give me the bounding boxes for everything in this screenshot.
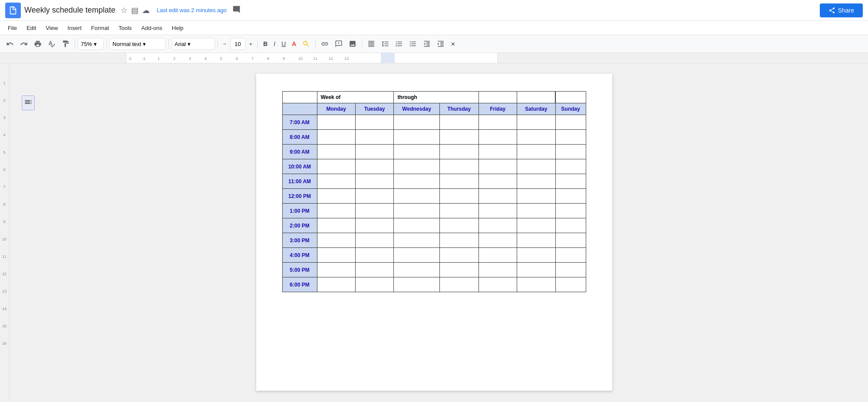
schedule-cell[interactable] (355, 189, 393, 204)
schedule-cell[interactable] (517, 233, 555, 248)
insert-comment-button[interactable] (332, 38, 345, 49)
schedule-cell[interactable] (355, 115, 393, 130)
schedule-cell[interactable] (317, 115, 355, 130)
schedule-cell[interactable] (439, 115, 479, 130)
menu-file[interactable]: File (3, 23, 21, 33)
schedule-cell[interactable] (517, 263, 555, 277)
insert-image-button[interactable] (346, 38, 359, 49)
schedule-cell[interactable] (439, 189, 479, 204)
decrease-indent-button[interactable] (420, 38, 433, 49)
schedule-cell[interactable] (394, 130, 439, 145)
schedule-cell[interactable] (555, 277, 586, 292)
schedule-cell[interactable] (555, 145, 586, 159)
schedule-cell[interactable] (355, 233, 393, 248)
schedule-cell[interactable] (517, 218, 555, 233)
schedule-cell[interactable] (394, 263, 439, 277)
schedule-cell[interactable] (439, 277, 479, 292)
schedule-cell[interactable] (317, 263, 355, 277)
schedule-cell[interactable] (394, 115, 439, 130)
schedule-cell[interactable] (479, 174, 517, 189)
menu-addons[interactable]: Add-ons (137, 23, 166, 33)
schedule-cell[interactable] (479, 233, 517, 248)
schedule-cell[interactable] (317, 218, 355, 233)
schedule-cell[interactable] (517, 204, 555, 218)
zoom-select[interactable]: 75% ▾ (78, 38, 104, 50)
schedule-cell[interactable] (317, 233, 355, 248)
schedule-cell[interactable] (555, 159, 586, 174)
schedule-cell[interactable] (555, 115, 586, 130)
clear-format-button[interactable]: ✕ (448, 39, 458, 49)
schedule-cell[interactable] (479, 189, 517, 204)
doc-icon[interactable] (5, 3, 21, 18)
redo-button[interactable] (17, 38, 30, 49)
schedule-cell[interactable] (355, 145, 393, 159)
schedule-cell[interactable] (555, 130, 586, 145)
schedule-cell[interactable] (317, 159, 355, 174)
schedule-cell[interactable] (355, 248, 393, 263)
schedule-cell[interactable] (555, 263, 586, 277)
menu-edit[interactable]: Edit (22, 23, 40, 33)
menu-view[interactable]: View (41, 23, 62, 33)
schedule-cell[interactable] (479, 130, 517, 145)
schedule-cell[interactable] (355, 277, 393, 292)
align-button[interactable] (365, 38, 378, 49)
schedule-cell[interactable] (555, 233, 586, 248)
schedule-cell[interactable] (555, 189, 586, 204)
schedule-cell[interactable] (479, 263, 517, 277)
schedule-cell[interactable] (555, 174, 586, 189)
schedule-cell[interactable] (439, 263, 479, 277)
folder-icon[interactable]: ▤ (131, 6, 139, 15)
schedule-cell[interactable] (355, 174, 393, 189)
schedule-cell[interactable] (317, 130, 355, 145)
star-icon[interactable]: ☆ (121, 6, 128, 15)
line-spacing-button[interactable] (379, 38, 392, 49)
schedule-cell[interactable] (517, 174, 555, 189)
comment-button[interactable] (230, 3, 243, 18)
schedule-cell[interactable] (394, 189, 439, 204)
schedule-cell[interactable] (355, 130, 393, 145)
spellcheck-button[interactable] (45, 38, 58, 49)
schedule-cell[interactable] (439, 204, 479, 218)
schedule-cell[interactable] (394, 174, 439, 189)
document-page[interactable]: Week of through Monday Tuesday Wednesday… (256, 74, 612, 391)
schedule-cell[interactable] (555, 248, 586, 263)
schedule-cell[interactable] (479, 204, 517, 218)
paint-format-button[interactable] (59, 38, 72, 49)
schedule-cell[interactable] (439, 233, 479, 248)
schedule-cell[interactable] (439, 174, 479, 189)
cloud-icon[interactable]: ☁ (142, 6, 150, 15)
schedule-cell[interactable] (517, 277, 555, 292)
link-button[interactable] (318, 38, 331, 49)
menu-tools[interactable]: Tools (114, 23, 136, 33)
menu-help[interactable]: Help (168, 23, 188, 33)
schedule-cell[interactable] (517, 189, 555, 204)
schedule-cell[interactable] (317, 277, 355, 292)
schedule-cell[interactable] (439, 218, 479, 233)
schedule-cell[interactable] (555, 218, 586, 233)
schedule-cell[interactable] (479, 218, 517, 233)
schedule-cell[interactable] (517, 130, 555, 145)
increase-indent-button[interactable] (434, 38, 447, 49)
schedule-cell[interactable] (317, 248, 355, 263)
schedule-cell[interactable] (479, 277, 517, 292)
schedule-cell[interactable] (439, 130, 479, 145)
schedule-cell[interactable] (479, 159, 517, 174)
schedule-cell[interactable] (517, 159, 555, 174)
schedule-cell[interactable] (555, 204, 586, 218)
schedule-cell[interactable] (317, 204, 355, 218)
font-size-increase-button[interactable]: + (247, 39, 255, 49)
undo-button[interactable] (3, 38, 17, 49)
font-size-input[interactable] (230, 38, 246, 50)
text-color-button[interactable]: A (289, 39, 299, 49)
bulleted-list-button[interactable] (406, 38, 419, 49)
schedule-cell[interactable] (394, 145, 439, 159)
schedule-cell[interactable] (394, 277, 439, 292)
outline-icon[interactable] (22, 96, 35, 110)
schedule-cell[interactable] (439, 159, 479, 174)
menu-insert[interactable]: Insert (63, 23, 86, 33)
schedule-cell[interactable] (394, 218, 439, 233)
font-size-decrease-button[interactable]: − (221, 39, 229, 49)
share-button[interactable]: Share (820, 3, 863, 17)
schedule-cell[interactable] (517, 248, 555, 263)
schedule-cell[interactable] (394, 233, 439, 248)
